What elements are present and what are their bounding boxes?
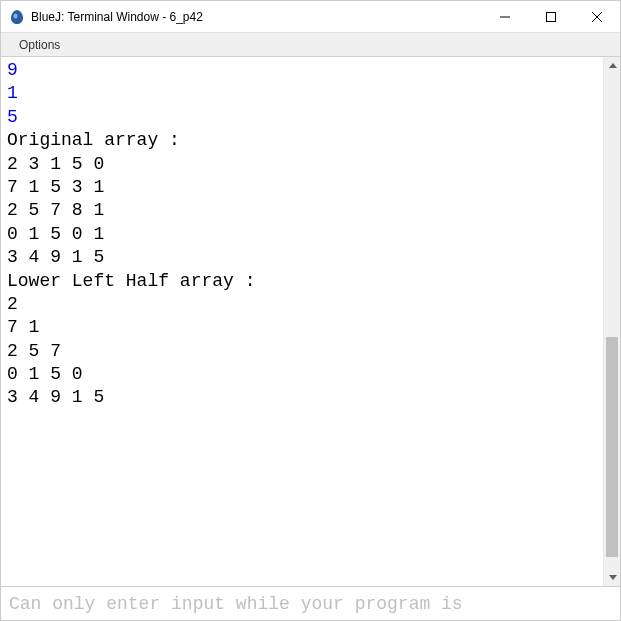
terminal-output-line: Lower Left Half array : — [7, 270, 597, 293]
terminal-output-line: 2 — [7, 293, 597, 316]
terminal-output-line: 2 3 1 5 0 — [7, 153, 597, 176]
terminal-output-line: 2 5 7 8 1 — [7, 199, 597, 222]
terminal-input — [1, 587, 620, 620]
close-button[interactable] — [574, 1, 620, 32]
terminal-input-line: 9 — [7, 59, 597, 82]
minimize-button[interactable] — [482, 1, 528, 32]
menubar: Options — [1, 33, 620, 57]
svg-point-0 — [14, 13, 18, 18]
menu-options[interactable]: Options — [11, 36, 68, 54]
terminal-output-line: Original array : — [7, 129, 597, 152]
terminal-input-line: 1 — [7, 82, 597, 105]
scroll-thumb[interactable] — [606, 337, 618, 557]
bluej-icon — [9, 9, 25, 25]
titlebar: BlueJ: Terminal Window - 6_p42 — [1, 1, 620, 33]
window-controls — [482, 1, 620, 32]
scroll-up-icon[interactable] — [604, 57, 621, 74]
scroll-down-icon[interactable] — [604, 569, 621, 586]
content-area: 915Original array :2 3 1 5 07 1 5 3 12 5… — [1, 57, 620, 586]
scrollbar[interactable] — [603, 57, 620, 586]
terminal-input-line: 5 — [7, 106, 597, 129]
terminal-output-line: 0 1 5 0 1 — [7, 223, 597, 246]
terminal-output-line: 7 1 5 3 1 — [7, 176, 597, 199]
terminal-output-line: 7 1 — [7, 316, 597, 339]
terminal-output: 915Original array :2 3 1 5 07 1 5 3 12 5… — [1, 57, 603, 586]
terminal-output-line: 2 5 7 — [7, 340, 597, 363]
svg-rect-2 — [547, 12, 556, 21]
window-title: BlueJ: Terminal Window - 6_p42 — [31, 10, 482, 24]
terminal-output-line: 0 1 5 0 — [7, 363, 597, 386]
terminal-output-line: 3 4 9 1 5 — [7, 246, 597, 269]
maximize-button[interactable] — [528, 1, 574, 32]
terminal-output-line: 3 4 9 1 5 — [7, 386, 597, 409]
input-area — [1, 586, 620, 620]
